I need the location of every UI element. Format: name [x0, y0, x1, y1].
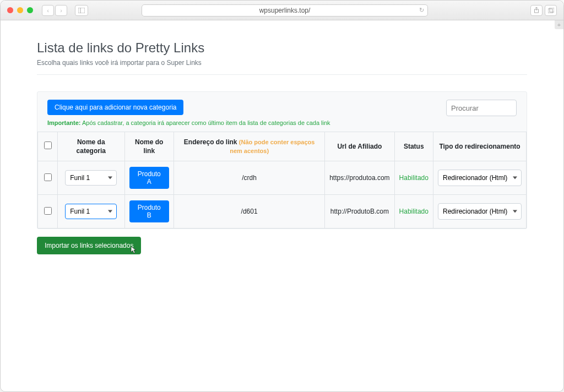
forward-button[interactable]: ›: [55, 5, 67, 16]
url-text: wpsuperlinks.top/: [259, 7, 311, 14]
select-all-header: [38, 132, 58, 161]
new-tab-button[interactable]: +: [555, 20, 563, 29]
category-select[interactable]: Funil 1: [65, 204, 117, 219]
links-panel: Clique aqui para adicionar nova categori…: [37, 91, 527, 229]
col-category: Nome da categoria: [58, 132, 125, 161]
minimize-icon[interactable]: [17, 7, 23, 13]
browser-toolbar: ‹ › wpsuperlinks.top/ ↻: [1, 1, 563, 20]
col-affiliate: Url de Afiliado: [325, 132, 394, 161]
link-name-button[interactable]: Produto A: [129, 167, 170, 189]
address-cell: /crdh: [174, 161, 325, 195]
select-all-checkbox[interactable]: [44, 141, 52, 149]
maximize-icon[interactable]: [27, 7, 33, 13]
page-title: Lista de links do Pretty Links: [37, 40, 527, 56]
svg-rect-0: [78, 8, 85, 13]
table-row: Funil 1 Produto B /d601 http://ProdutoB.…: [38, 195, 527, 228]
panel-header: Clique aqui para adicionar nova categori…: [37, 92, 527, 132]
sidebar-toggle-button[interactable]: [75, 5, 88, 16]
redirect-select[interactable]: Redirecionador (Html): [438, 203, 522, 220]
col-address: Endereço do link (Não pode conter espaço…: [174, 132, 325, 161]
panel-note: Importante: Após cadastrar, a categoria …: [47, 119, 440, 126]
col-status: Status: [394, 132, 433, 161]
page-subtitle: Escolha quais links você irá importar pa…: [37, 59, 527, 67]
address-hint: (Não pode conter espaços nem acentos): [230, 139, 314, 154]
reload-icon[interactable]: ↻: [419, 7, 424, 14]
col-redirect: Tipo do redirecionamento: [433, 132, 526, 161]
divider: [37, 74, 527, 75]
status-badge: Habilitado: [399, 208, 429, 215]
links-table: Nome da categoria Nome do link Endereço …: [37, 132, 527, 228]
link-name-button[interactable]: Produto B: [129, 200, 170, 222]
back-button[interactable]: ‹: [42, 5, 54, 16]
browser-window: ‹ › wpsuperlinks.top/ ↻ + Lista de links…: [0, 0, 564, 392]
status-badge: Habilitado: [399, 174, 429, 182]
tabs-button[interactable]: [545, 5, 557, 16]
category-select[interactable]: Funil 1: [65, 170, 117, 186]
redirect-select[interactable]: Redirecionador (Html): [438, 170, 522, 186]
affiliate-cell: https://produtoa.com: [325, 161, 394, 195]
nav-buttons: ‹ ›: [42, 5, 67, 16]
note-label: Importante:: [47, 119, 81, 126]
svg-rect-5: [550, 8, 554, 12]
row-checkbox[interactable]: [44, 173, 52, 181]
affiliate-cell: http://ProdutoB.com: [325, 195, 394, 228]
row-checkbox[interactable]: [44, 207, 52, 215]
page-content: Lista de links do Pretty Links Escolha q…: [1, 20, 563, 265]
svg-rect-4: [548, 9, 552, 13]
import-selected-button[interactable]: Importar os links selecionados: [37, 237, 141, 254]
table-row: Funil 1 Produto A /crdh https://produtoa…: [38, 161, 527, 195]
note-text: Após cadastrar, a categoria irá aparecer…: [82, 119, 330, 126]
address-cell: /d601: [174, 195, 325, 228]
table-header-row: Nome da categoria Nome do link Endereço …: [38, 132, 527, 161]
window-controls: [7, 7, 33, 13]
col-link-name: Nome do link: [124, 132, 174, 161]
add-category-button[interactable]: Clique aqui para adicionar nova categori…: [47, 100, 183, 115]
address-bar[interactable]: wpsuperlinks.top/ ↻: [142, 4, 428, 17]
share-button[interactable]: [530, 5, 543, 16]
search-input[interactable]: [446, 100, 517, 116]
close-icon[interactable]: [7, 7, 13, 13]
